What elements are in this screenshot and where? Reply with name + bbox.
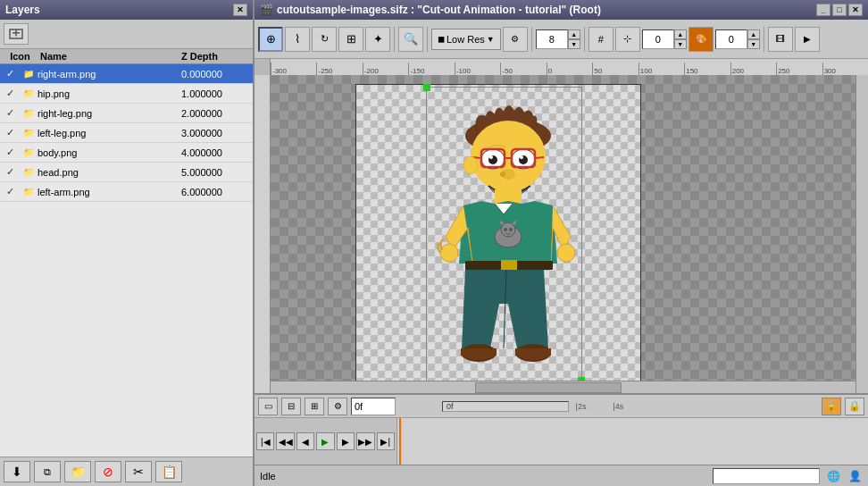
tl-play-btn[interactable]: ▶ bbox=[316, 432, 334, 450]
tool-mirror-btn[interactable]: ⊞ bbox=[338, 27, 363, 52]
col-zdepth-header: Z Depth bbox=[181, 51, 253, 62]
viewport[interactable] bbox=[271, 75, 855, 393]
tl-current-frame[interactable] bbox=[351, 398, 396, 415]
svg-point-15 bbox=[520, 155, 523, 159]
layer-row[interactable]: ✓ 📁 hip.png 1.000000 bbox=[0, 84, 253, 104]
status-input[interactable] bbox=[713, 468, 820, 484]
frame-field-group: 8 ▲ ▼ bbox=[536, 29, 580, 49]
layer-row[interactable]: ✓ 📁 right-arm.png 0.000000 bbox=[0, 64, 253, 84]
ruler-tick: 0 bbox=[547, 63, 592, 75]
ruler-tick: 100 bbox=[638, 63, 684, 75]
layers-close-btn[interactable]: ✕ bbox=[233, 4, 247, 16]
paste-layer-btn[interactable]: 📋 bbox=[155, 461, 182, 482]
tl-skip-end-btn[interactable]: ▶| bbox=[377, 432, 395, 450]
layer-row[interactable]: ✓ 📁 head.png 5.000000 bbox=[0, 163, 253, 182]
layer-row[interactable]: ✓ 📁 right-leg.png 2.000000 bbox=[0, 104, 253, 123]
col-icon-header: Icon bbox=[0, 51, 40, 62]
separator-3 bbox=[531, 27, 532, 52]
timeline-track bbox=[397, 418, 868, 465]
cut-layer-btn[interactable]: ✂ bbox=[125, 461, 152, 482]
layer-check-6[interactable]: ✓ bbox=[0, 186, 20, 197]
h-scrollbar[interactable] bbox=[271, 381, 855, 393]
tool-feather-btn[interactable]: ✦ bbox=[365, 27, 390, 52]
tl-mark-4s: |4s bbox=[613, 402, 623, 411]
move-down-btn[interactable]: ⬇ bbox=[4, 461, 30, 482]
low-res-btn[interactable]: ◼ Low Res ▼ bbox=[431, 29, 501, 50]
layer-check-3[interactable]: ✓ bbox=[0, 127, 20, 138]
tool-transform-btn[interactable]: ⊕ bbox=[258, 27, 283, 52]
tl-lock-btn-2[interactable]: 🔒 bbox=[845, 398, 864, 415]
num2-spin-down[interactable]: ▼ bbox=[747, 39, 760, 49]
tool-preview-btn[interactable]: ▶ bbox=[795, 27, 820, 52]
tl-skip-start-btn[interactable]: |◀ bbox=[256, 432, 274, 450]
layer-check-4[interactable]: ✓ bbox=[0, 147, 20, 158]
low-res-icon: ◼ bbox=[438, 34, 445, 44]
layer-zdepth-5: 5.000000 bbox=[181, 167, 253, 178]
tl-collapse-btn[interactable]: ▭ bbox=[258, 398, 278, 415]
svg-point-24 bbox=[504, 228, 507, 231]
svg-point-18 bbox=[463, 156, 478, 174]
main-minimize-btn[interactable]: _ bbox=[816, 4, 830, 16]
tl-prev-frame-btn[interactable]: ◀◀ bbox=[276, 432, 294, 450]
tl-next-frame-btn[interactable]: ▶▶ bbox=[356, 432, 374, 450]
new-group-btn[interactable]: 📁 bbox=[64, 461, 91, 482]
tl-settings-btn[interactable]: ⚙ bbox=[328, 398, 347, 415]
frame-spin-up[interactable]: ▲ bbox=[568, 29, 580, 39]
tl-step-fwd-btn[interactable]: ▶ bbox=[337, 432, 355, 450]
tool-color-btn[interactable]: 🎨 bbox=[689, 27, 714, 52]
layers-panel: Layers ✕ Icon Name Z Depth ✓ 📁 rig bbox=[0, 0, 255, 486]
new-layer-btn[interactable] bbox=[4, 23, 29, 45]
main-close-btn[interactable]: ✕ bbox=[848, 4, 863, 16]
layers-table: ✓ 📁 right-arm.png 0.000000 ✓ 📁 hip.png 1… bbox=[0, 64, 253, 457]
num2-input[interactable]: 0 bbox=[715, 29, 747, 49]
num1-spin-up[interactable]: ▲ bbox=[674, 29, 687, 39]
layer-check-2[interactable]: ✓ bbox=[0, 107, 20, 119]
tool-rotate-btn[interactable]: ↻ bbox=[312, 27, 337, 52]
tool-options-btn[interactable]: ⚙ bbox=[503, 27, 528, 52]
tool-render-btn[interactable]: 🎞 bbox=[768, 27, 793, 52]
playhead bbox=[399, 418, 401, 465]
tool-smooth-btn[interactable]: ⌇ bbox=[285, 27, 310, 52]
ruler-tick: -250 bbox=[316, 63, 362, 75]
layer-row[interactable]: ✓ 📁 left-leg.png 3.000000 bbox=[0, 123, 253, 143]
layers-title-text: Layers bbox=[5, 4, 40, 16]
ruler-tick: 250 bbox=[776, 63, 822, 75]
num1-spinners: ▲ ▼ bbox=[674, 29, 687, 49]
tool-snap-btn[interactable]: ⊹ bbox=[615, 27, 640, 52]
frame-spin-down[interactable]: ▼ bbox=[568, 39, 580, 49]
layer-check-0[interactable]: ✓ bbox=[0, 68, 20, 80]
frame-input[interactable]: 8 bbox=[536, 29, 568, 49]
low-res-dropdown-icon: ▼ bbox=[487, 35, 495, 44]
v-scrollbar[interactable] bbox=[855, 75, 868, 393]
layer-folder-icon-4: 📁 bbox=[20, 147, 38, 157]
ruler-tick: -150 bbox=[408, 63, 454, 75]
tl-frame-display: 0f bbox=[447, 402, 454, 411]
main-maximize-btn[interactable]: □ bbox=[832, 4, 847, 16]
tl-grid-btn[interactable]: ⊞ bbox=[305, 398, 324, 415]
tool-grid-btn[interactable]: # bbox=[588, 27, 613, 52]
delete-layer-btn[interactable]: ⊘ bbox=[95, 461, 121, 482]
tl-step-back-btn[interactable]: ◀ bbox=[296, 432, 314, 450]
layer-row[interactable]: ✓ 📁 left-arm.png 6.000000 bbox=[0, 182, 253, 202]
num1-spin-down[interactable]: ▼ bbox=[674, 39, 687, 49]
tl-lock-btn-1[interactable]: 🔒 bbox=[822, 398, 841, 415]
layer-name-3: left-leg.png bbox=[38, 128, 181, 138]
num2-spin-up[interactable]: ▲ bbox=[747, 29, 760, 39]
svg-point-25 bbox=[509, 228, 513, 231]
status-web-icon[interactable]: 🌐 bbox=[825, 468, 841, 484]
layer-row[interactable]: ✓ 📁 body.png 4.000000 bbox=[0, 143, 253, 163]
tool-zoom-btn[interactable]: 🔍 bbox=[398, 27, 423, 52]
ruler-h-row: -300-250-200-150-100-5005010015020025030… bbox=[255, 59, 868, 75]
num1-field-group: 0 ▲ ▼ bbox=[642, 29, 687, 49]
layer-zdepth-6: 6.000000 bbox=[181, 187, 253, 197]
layers-title-bar: Layers ✕ bbox=[0, 0, 253, 20]
tl-expand-btn[interactable]: ⊟ bbox=[281, 398, 301, 415]
layer-check-1[interactable]: ✓ bbox=[0, 88, 20, 99]
num1-input[interactable]: 0 bbox=[642, 29, 674, 49]
h-scrollbar-thumb[interactable] bbox=[475, 382, 622, 393]
dup-layer-btn[interactable]: ⧉ bbox=[34, 461, 61, 482]
layer-check-5[interactable]: ✓ bbox=[0, 166, 20, 178]
separator-1 bbox=[394, 27, 395, 52]
status-person-icon[interactable]: 👤 bbox=[847, 468, 863, 484]
low-res-label: Low Res bbox=[447, 34, 485, 45]
